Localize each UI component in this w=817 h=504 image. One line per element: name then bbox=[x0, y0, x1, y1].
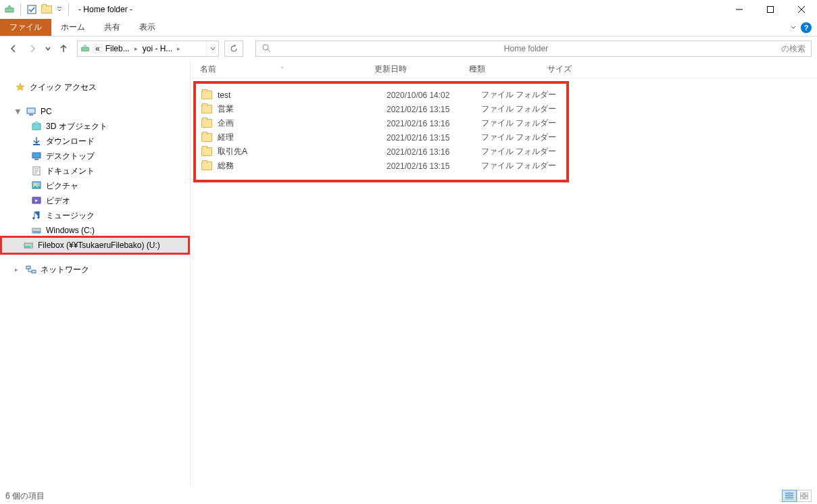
sidebar-pc[interactable]: ⯆ PC bbox=[0, 104, 190, 119]
file-row[interactable]: 営業2021/02/16 13:15ファイル フォルダー bbox=[196, 102, 566, 116]
search-suffix-label: の検索 bbox=[781, 43, 806, 55]
breadcrumb-seg[interactable]: yoi - H... bbox=[140, 44, 176, 53]
column-header-date[interactable]: 更新日時 bbox=[374, 64, 469, 75]
sidebar-item-label: デスクトップ bbox=[46, 151, 95, 162]
tab-file[interactable]: ファイル bbox=[0, 19, 51, 36]
qat-dropdown-icon[interactable] bbox=[56, 4, 63, 15]
tab-home[interactable]: ホーム bbox=[51, 19, 95, 36]
file-row[interactable]: 総務2021/02/16 13:15ファイル フォルダー bbox=[196, 159, 566, 173]
nav-back-button[interactable] bbox=[5, 41, 22, 57]
nav-forward-button[interactable] bbox=[24, 41, 41, 57]
nav-tree: クイック アクセス ⯆ PC 3D オブジェクトダウンロードデスクトップドキュメ… bbox=[0, 61, 191, 488]
sort-indicator-icon: ⌃ bbox=[280, 66, 284, 72]
refresh-button[interactable] bbox=[224, 41, 243, 57]
drive-folder-icon bbox=[31, 180, 42, 191]
sidebar-item-label: ピクチャ bbox=[46, 180, 78, 192]
column-header-size[interactable]: サイズ bbox=[547, 64, 588, 75]
nav-recent-dropdown[interactable] bbox=[43, 41, 53, 57]
sidebar-item-label: Windows (C:) bbox=[46, 226, 95, 235]
app-icon bbox=[4, 4, 15, 15]
tab-share[interactable]: 共有 bbox=[95, 19, 130, 36]
view-details-button[interactable] bbox=[782, 490, 797, 502]
expand-icon[interactable]: ▸ bbox=[15, 266, 22, 273]
column-label: 名前 bbox=[200, 64, 216, 75]
svg-rect-0 bbox=[5, 8, 14, 12]
nav-up-button[interactable] bbox=[55, 41, 72, 57]
svg-point-17 bbox=[39, 232, 40, 233]
sidebar-network[interactable]: ▸ ネットワーク bbox=[0, 262, 190, 277]
file-date: 2021/02/16 13:15 bbox=[387, 161, 481, 171]
sidebar-item-label: ドキュメント bbox=[46, 166, 95, 177]
drive-folder-icon bbox=[31, 210, 42, 221]
sidebar-item-label: Filebox (¥¥TsukaeruFilebako) (U:) bbox=[38, 241, 160, 250]
file-row[interactable]: 経理2021/02/16 13:15ファイル フォルダー bbox=[196, 130, 566, 145]
search-box[interactable]: の検索 bbox=[255, 41, 812, 57]
column-header-type[interactable]: 種類 bbox=[469, 64, 547, 75]
close-button[interactable] bbox=[786, 0, 817, 19]
chevron-right-icon[interactable]: ▸ bbox=[175, 45, 182, 52]
folder-icon bbox=[201, 105, 212, 114]
tab-view[interactable]: 表示 bbox=[130, 19, 165, 36]
title-bar: - Home folder - bbox=[0, 0, 817, 19]
svg-point-20 bbox=[30, 247, 32, 248]
sidebar-item[interactable]: デスクトップ bbox=[0, 149, 190, 163]
window-title: - Home folder - bbox=[78, 5, 132, 14]
address-root-icon[interactable] bbox=[78, 44, 93, 53]
svg-rect-1 bbox=[28, 5, 36, 14]
svg-rect-6 bbox=[29, 114, 33, 116]
network-icon bbox=[26, 264, 36, 275]
search-input[interactable] bbox=[276, 44, 776, 53]
file-row[interactable]: test2020/10/06 14:02ファイル フォルダー bbox=[196, 88, 566, 102]
folder-icon bbox=[201, 147, 212, 156]
breadcrumb-prefix: « bbox=[93, 44, 103, 53]
drive-folder-icon bbox=[31, 166, 42, 176]
file-date: 2021/02/16 13:15 bbox=[387, 133, 481, 143]
ribbon-tabs: ファイル ホーム 共有 表示 ? bbox=[0, 19, 817, 36]
svg-rect-25 bbox=[800, 497, 803, 499]
folder-icon bbox=[201, 161, 212, 170]
sidebar-item[interactable]: ミュージック bbox=[0, 208, 190, 223]
sidebar-item[interactable]: ドキュメント bbox=[0, 163, 190, 178]
svg-point-4 bbox=[263, 45, 268, 50]
sidebar-item[interactable]: ダウンロード bbox=[0, 134, 190, 149]
nav-bar: « Fileb... ▸ yoi - H... ▸ の検索 bbox=[0, 36, 817, 61]
file-row[interactable]: 企画2021/02/16 13:16ファイル フォルダー bbox=[196, 116, 566, 130]
address-bar[interactable]: « Fileb... ▸ yoi - H... ▸ bbox=[77, 41, 219, 57]
drive-folder-icon bbox=[31, 136, 42, 147]
sidebar-item[interactable]: ビデオ bbox=[0, 193, 190, 208]
sidebar-item[interactable]: ピクチャ bbox=[0, 178, 190, 193]
address-dropdown-icon[interactable] bbox=[206, 41, 218, 56]
status-bar: 6 個の項目 bbox=[0, 488, 817, 504]
sidebar-item-label: ミュージック bbox=[46, 210, 95, 222]
file-date: 2021/02/16 13:16 bbox=[387, 147, 481, 157]
minimize-button[interactable] bbox=[724, 0, 755, 19]
svg-rect-9 bbox=[32, 153, 41, 158]
maximize-button[interactable] bbox=[755, 0, 786, 19]
folder-icon bbox=[201, 133, 212, 142]
file-type: ファイル フォルダー bbox=[481, 118, 560, 129]
expand-icon[interactable]: ⯆ bbox=[15, 108, 22, 115]
file-type: ファイル フォルダー bbox=[481, 146, 560, 157]
sidebar-quick-access[interactable]: クイック アクセス bbox=[0, 80, 190, 95]
file-row[interactable]: 取引先A2021/02/16 13:16ファイル フォルダー bbox=[196, 145, 566, 159]
sidebar-item-label: 3D オブジェクト bbox=[46, 121, 107, 132]
file-name: test bbox=[218, 91, 387, 100]
svg-rect-2 bbox=[768, 7, 774, 13]
svg-rect-7 bbox=[32, 124, 41, 130]
svg-rect-10 bbox=[34, 159, 39, 160]
folder-icon bbox=[201, 119, 212, 128]
chevron-right-icon[interactable]: ▸ bbox=[132, 45, 140, 52]
column-headers: 名前 ⌃ 更新日時 種類 サイズ bbox=[191, 61, 817, 78]
sidebar-item[interactable]: 3D オブジェクト bbox=[0, 119, 190, 134]
view-large-button[interactable] bbox=[797, 490, 812, 502]
qat-folder-icon[interactable] bbox=[41, 4, 52, 15]
column-header-name[interactable]: 名前 ⌃ bbox=[200, 64, 374, 75]
sidebar-item[interactable]: Filebox (¥¥TsukaeruFilebako) (U:) bbox=[0, 236, 190, 255]
breadcrumb-seg[interactable]: Fileb... bbox=[103, 44, 132, 53]
svg-point-13 bbox=[34, 183, 36, 186]
file-list-highlight: test2020/10/06 14:02ファイル フォルダー営業2021/02/… bbox=[193, 81, 569, 182]
drive-folder-icon bbox=[31, 195, 42, 206]
ribbon-chevron-icon[interactable] bbox=[790, 23, 797, 32]
qat-checkbox-icon[interactable] bbox=[26, 4, 37, 15]
help-button[interactable]: ? bbox=[801, 22, 812, 33]
